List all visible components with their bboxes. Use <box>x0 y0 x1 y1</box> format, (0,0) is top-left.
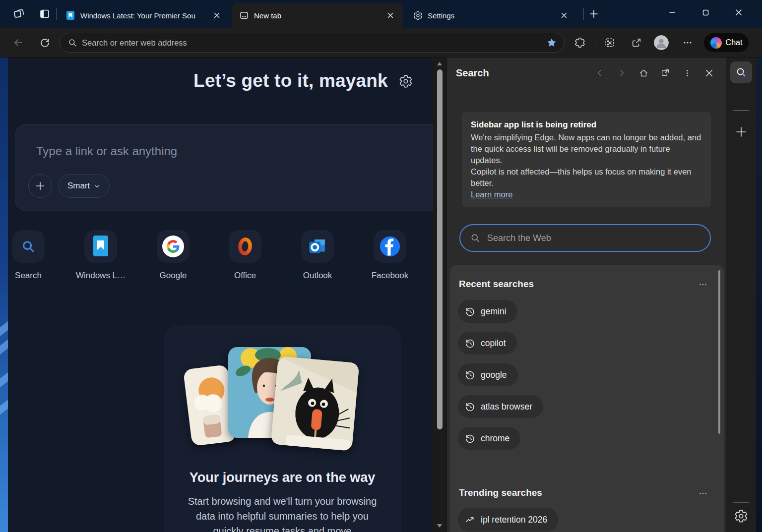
sidebar-back-icon chevron-left-icon[interactable] <box>591 64 608 81</box>
workspaces-icon[interactable] <box>12 7 26 21</box>
tab-close-icon[interactable] <box>384 9 397 22</box>
journeys-illustration <box>164 347 401 451</box>
recent-searches-more-icon kebab-horizontal-icon[interactable] <box>696 280 710 290</box>
search-suggestions-card: Recent searches gemini copilot google at… <box>450 265 724 532</box>
window-edge-strip <box>756 58 762 532</box>
tabbar-divider <box>583 8 584 20</box>
quick-link-facebook[interactable]: Facebook <box>354 230 426 281</box>
recent-search-label: copilot <box>481 338 506 349</box>
page-settings-gear-icon[interactable] <box>399 74 414 89</box>
recent-search-pill[interactable]: atlas browser <box>458 395 543 418</box>
notice-body-1: We're simplifying Edge. New apps can no … <box>471 132 702 166</box>
favorites-star-icon[interactable] <box>544 35 559 50</box>
sidebar-more-icon kebab-vertical-icon[interactable] <box>679 64 696 81</box>
new-tab-button plus-icon[interactable] <box>586 6 601 21</box>
tab-close-icon[interactable] <box>210 9 223 22</box>
rail-add-button plus-icon[interactable] <box>735 126 747 138</box>
notice-body-2: Copilot is not affected—this helps us fo… <box>471 166 702 189</box>
trending-searches-title: Trending searches <box>459 487 542 498</box>
history-icon <box>465 306 475 317</box>
settings-favicon gear-icon <box>413 10 423 20</box>
recent-search-pill[interactable]: google <box>458 363 518 386</box>
notice-title: Sidebar app list is being retired <box>471 120 702 130</box>
quick-link-outlook[interactable]: Outlook <box>281 230 354 281</box>
quick-link-google[interactable]: Google <box>137 230 209 281</box>
quick-link-label: Windows L… <box>64 271 137 281</box>
recent-search-pill[interactable]: gemini <box>458 300 517 323</box>
recent-search-pill[interactable]: chrome <box>458 427 520 450</box>
maximize-button[interactable] <box>694 0 717 25</box>
quick-link-search[interactable]: Search <box>8 230 64 281</box>
minimize-button[interactable] <box>661 0 684 25</box>
tab-close-icon[interactable] <box>558 9 571 22</box>
tab-windows-latest[interactable]: Windows Latest: Your Premier Sou <box>59 3 229 28</box>
scrollbar-thumb[interactable] <box>437 69 443 429</box>
sidebar-title: Search <box>456 67 489 79</box>
rail-settings-gear-icon[interactable] <box>734 509 748 523</box>
recent-search-pill[interactable]: copilot <box>458 332 517 355</box>
web-search-input[interactable] <box>487 233 700 243</box>
outlook-tile-icon <box>301 230 334 263</box>
retirement-notice: Sidebar app list is being retired We're … <box>462 112 711 207</box>
sidebar-header: Search <box>447 58 726 88</box>
address-input[interactable] <box>82 38 544 48</box>
quick-link-label: Office <box>209 271 281 281</box>
quick-link-windows-latest[interactable]: Windows L… <box>64 230 137 281</box>
copilot-logo-icon <box>710 37 722 49</box>
omnibox-search-card[interactable]: Type a link or ask anything Smart <box>15 124 433 211</box>
navigation-bar: Chat <box>0 28 762 58</box>
history-icon <box>465 370 475 380</box>
tab-title: New tab <box>254 11 380 20</box>
history-icon <box>465 433 475 444</box>
search-icon <box>735 66 747 78</box>
tab-settings[interactable]: Settings <box>406 3 576 28</box>
journeys-card: Your journeys are on the way Start brows… <box>164 325 401 532</box>
greeting-title: Let’s get to it, mayank <box>8 70 433 91</box>
scroll-down-arrow[interactable] <box>437 524 442 528</box>
smart-mode-dropdown[interactable]: Smart <box>58 174 110 198</box>
sidebar-close-icon close-icon[interactable] <box>700 64 717 81</box>
recent-search-label: google <box>481 370 507 380</box>
recent-search-label: atlas browser <box>481 402 532 412</box>
copilot-chat-button[interactable]: Chat <box>704 33 749 52</box>
learn-more-link[interactable]: Learn more <box>471 190 512 199</box>
quick-link-office[interactable]: Office <box>209 230 281 281</box>
extensions-icon[interactable] <box>572 35 588 51</box>
new-tab-favicon <box>239 10 249 20</box>
quick-link-label: Search <box>8 271 64 281</box>
search-tile-icon <box>12 230 45 263</box>
navbar-divider <box>595 37 595 49</box>
rail-search-button[interactable] <box>730 61 752 83</box>
scroll-up-arrow[interactable] <box>437 62 442 65</box>
windows-latest-favicon <box>65 10 75 20</box>
address-bar[interactable] <box>60 33 565 53</box>
tab-title: Windows Latest: Your Premier Sou <box>80 11 206 20</box>
profile-avatar[interactable] <box>654 35 669 50</box>
back-button back-arrow-icon[interactable] <box>10 35 26 51</box>
trending-searches-more-icon kebab-horizontal-icon[interactable] <box>696 488 710 498</box>
recent-searches-title: Recent searches <box>459 279 534 290</box>
trending-search-pill[interactable]: ipl retention 2026 <box>458 508 558 532</box>
sidebar-open-in-new-icon[interactable] <box>657 64 674 81</box>
recent-search-label: gemini <box>481 306 507 317</box>
sidebar-forward-icon chevron-right-icon[interactable] <box>613 64 630 81</box>
tab-actions-icon[interactable] <box>38 7 52 21</box>
tab-title: Settings <box>428 11 554 20</box>
tab-new-tab[interactable]: New tab <box>232 3 403 28</box>
more-options-icon kebab-horizontal-icon[interactable] <box>680 35 696 51</box>
web-capture-icon[interactable] <box>602 35 618 51</box>
office-tile-icon <box>229 230 261 263</box>
sidebar-scrollbar-thumb[interactable] <box>718 270 720 434</box>
rail-divider <box>733 502 749 503</box>
web-search-box[interactable] <box>459 224 711 252</box>
omnibox-add-button plus-icon[interactable] <box>28 174 52 198</box>
history-icon <box>465 338 475 349</box>
sidebar-home-icon[interactable] <box>635 64 652 81</box>
close-window-button close-icon[interactable] <box>727 0 750 25</box>
refresh-button refresh-icon[interactable] <box>37 35 53 51</box>
omnibox-placeholder[interactable]: Type a link or ask anything <box>36 144 177 158</box>
quick-link-label: Facebook <box>354 271 426 281</box>
share-icon[interactable] <box>629 35 644 51</box>
sidebar-search-panel: Search Sidebar app list is being retir <box>446 58 726 532</box>
main-scrollbar[interactable] <box>433 58 446 532</box>
